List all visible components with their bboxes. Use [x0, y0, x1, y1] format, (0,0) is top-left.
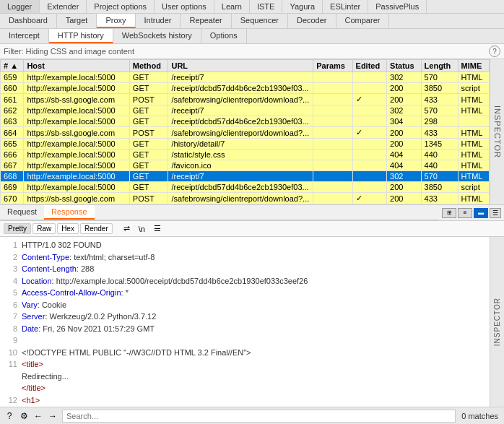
request-response-tabs: Request Response	[0, 205, 439, 220]
content-line: 6Vary: Cookie	[4, 299, 485, 311]
search-input[interactable]	[62, 410, 456, 423]
table-row[interactable]: 670https://sb-ssl.google.comPOST/safebro…	[1, 193, 490, 204]
tab-intruder[interactable]: Intruder	[136, 14, 181, 28]
tab-project-options[interactable]: Project options	[87, 0, 155, 13]
tab-logger[interactable]: Logger	[0, 0, 40, 13]
tab-target[interactable]: Target	[57, 14, 97, 28]
content-line: 7Server: Werkzeug/2.0.2 Python/3.7.12	[4, 311, 485, 323]
table-row[interactable]: 665http://example.local:5000GET/history/…	[1, 139, 490, 150]
col-host[interactable]: Host	[24, 60, 129, 72]
tab-extender[interactable]: Extender	[40, 0, 87, 13]
tab-decoder[interactable]: Decoder	[288, 14, 336, 28]
table-row[interactable]: 662http://example.local:5000GET/receipt/…	[1, 105, 490, 116]
table-row[interactable]: 660http://example.local:5000GET/receipt/…	[1, 83, 490, 94]
table-row[interactable]: 666http://example.local:5000GET/static/s…	[1, 150, 490, 160]
col-edited[interactable]: Edited	[352, 60, 387, 72]
tab-websockets-history[interactable]: WebSockets history	[113, 29, 201, 43]
tab-dashboard[interactable]: Dashboard	[0, 14, 57, 28]
content-line: 9	[4, 334, 485, 347]
line-number: 4	[4, 275, 17, 287]
newline-icon[interactable]: \n	[135, 223, 149, 235]
tab-learn[interactable]: Learn	[214, 0, 250, 13]
forward-icon[interactable]: →	[46, 410, 59, 423]
line-text: HTTP/1.0 302 FOUND	[22, 239, 485, 251]
line-text: Content-Length: 288	[22, 263, 485, 275]
line-text: </title>	[22, 382, 485, 394]
content-with-inspector: 1HTTP/1.0 302 FOUND2Content-Type: text/h…	[0, 237, 504, 407]
tab-yagura[interactable]: Yagura	[282, 0, 323, 13]
third-nav: Intercept HTTP history WebSockets histor…	[0, 29, 504, 44]
tab-iste[interactable]: ISTE	[250, 0, 282, 13]
view-block-button[interactable]: ▬	[474, 208, 488, 218]
table-row[interactable]: 669http://example.local:5000GET/receipt/…	[1, 182, 490, 193]
format-hex[interactable]: Hex	[57, 223, 79, 234]
help-button[interactable]: ?	[489, 46, 500, 57]
content-line: 4Location: http://example.local:5000/rec…	[4, 275, 485, 287]
table-row[interactable]: 668http://example.local:5000GET/receipt/…	[1, 171, 490, 182]
response-content: 1HTTP/1.0 302 FOUND2Content-Type: text/h…	[0, 237, 490, 407]
table-row[interactable]: 664https://sb-ssl.google.comPOST/safebro…	[1, 127, 490, 139]
col-method[interactable]: Method	[129, 60, 168, 72]
col-params[interactable]: Params	[313, 60, 352, 72]
view-list-button[interactable]: ≡	[458, 208, 472, 218]
table-row[interactable]: 667http://example.local:5000GET/favicon.…	[1, 160, 490, 171]
line-number	[4, 382, 17, 394]
content-line: 8Date: Fri, 26 Nov 2021 01:57:29 GMT	[4, 323, 485, 335]
view-mode-buttons: ⊞ ≡ ▬ ☰	[439, 207, 504, 219]
list-fmt-icon[interactable]: ☰	[150, 222, 165, 235]
content-line: Redirecting...	[4, 371, 485, 383]
tab-comparer[interactable]: Comparer	[336, 14, 390, 28]
format-raw[interactable]: Raw	[32, 223, 56, 234]
col-length[interactable]: Length	[421, 60, 458, 72]
format-pretty[interactable]: Pretty	[4, 223, 31, 234]
bottom-bar-controls: ? ⚙ ← →	[0, 410, 62, 423]
tab-user-options[interactable]: User options	[155, 0, 214, 13]
tab-http-history[interactable]: HTTP history	[49, 29, 113, 43]
tab-sequencer[interactable]: Sequencer	[232, 14, 288, 28]
tab-passiveplus[interactable]: PassivePlus	[368, 0, 427, 13]
settings-icon[interactable]: ⚙	[17, 410, 30, 423]
format-render[interactable]: Render	[80, 223, 113, 234]
line-text: <h1>	[22, 394, 485, 407]
http-history-table: # ▲ Host Method URL Params Edited Status…	[0, 59, 490, 204]
tab-proxy[interactable]: Proxy	[97, 14, 135, 28]
line-text: Content-Type: text/html; charset=utf-8	[22, 251, 485, 264]
line-number: 2	[4, 251, 17, 264]
tab-request[interactable]: Request	[0, 205, 44, 220]
table-row[interactable]: 661https://sb-ssl.google.comPOST/safebro…	[1, 94, 490, 105]
tab-eslinter[interactable]: ESLinter	[323, 0, 368, 13]
panel-menu-button[interactable]: ☰	[490, 208, 501, 218]
format-bar: Pretty Raw Hex Render ⇌ \n ☰	[0, 221, 504, 237]
back-icon[interactable]: ←	[32, 410, 45, 423]
inspector-label-top: INSPECTOR	[493, 105, 502, 158]
wrap-icon[interactable]: ⇌	[120, 222, 134, 235]
line-number: 8	[4, 323, 17, 335]
inspector-side-top[interactable]: INSPECTOR	[490, 59, 504, 204]
col-id[interactable]: # ▲	[1, 60, 24, 72]
content-line: 11<title>	[4, 358, 485, 371]
col-url[interactable]: URL	[168, 60, 313, 72]
content-line: 5Access-Control-Allow-Origin: *	[4, 287, 485, 299]
http-table-container: # ▲ Host Method URL Params Edited Status…	[0, 59, 490, 204]
list-icon: ≡	[464, 209, 467, 216]
table-row[interactable]: 659http://example.local:5000GET/receipt/…	[1, 72, 490, 83]
col-mime[interactable]: MIME	[458, 60, 490, 72]
inspector-side-bottom[interactable]: INSPECTOR	[490, 237, 504, 407]
col-status[interactable]: Status	[387, 60, 422, 72]
question-icon[interactable]: ?	[3, 410, 16, 423]
line-number: 12	[4, 394, 17, 407]
inspector-label-bottom: INSPECTOR	[493, 298, 501, 346]
line-text: Location: http://example.local:5000/rece…	[22, 275, 485, 287]
table-row[interactable]: 663http://example.local:5000GET/receipt/…	[1, 116, 490, 127]
content-line: 12<h1>	[4, 394, 485, 407]
tab-options[interactable]: Options	[201, 29, 247, 43]
tab-repeater[interactable]: Repeater	[181, 14, 231, 28]
content-line: 10<!DOCTYPE HTML PUBLIC "-//W3C//DTD HTM…	[4, 347, 485, 359]
second-nav: Dashboard Target Proxy Intruder Repeater…	[0, 14, 504, 29]
view-grid-button[interactable]: ⊞	[442, 208, 456, 218]
tab-intercept[interactable]: Intercept	[0, 29, 49, 43]
line-number: 11	[4, 358, 17, 371]
tab-response[interactable]: Response	[44, 205, 95, 220]
grid-icon: ⊞	[447, 209, 452, 216]
line-number: 7	[4, 311, 17, 323]
